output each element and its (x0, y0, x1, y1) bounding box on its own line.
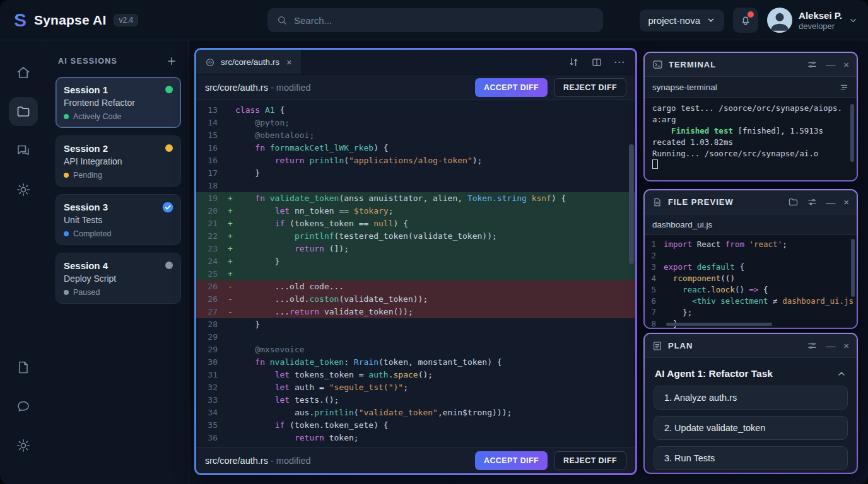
file-preview-code[interactable]: 1import React from 'react';23export desf… (645, 235, 857, 328)
agent-task-header[interactable]: AI Agent 1: Refactor Task (645, 360, 857, 386)
file-icon (652, 197, 662, 207)
add-session-button[interactable] (165, 54, 179, 68)
preview-line: 4 rcomponent(() (645, 273, 857, 284)
session-card[interactable]: Session 1 Frontend Refactor Actively Cod… (56, 77, 181, 128)
accept-diff-button[interactable]: ACCEPT DIFF (475, 78, 548, 97)
session-status-badge (165, 86, 173, 93)
nav-comments-button[interactable] (9, 392, 38, 421)
diff-header: src/core/auth.rs - modified ACCEPT DIFF … (196, 75, 635, 100)
session-card[interactable]: Session 2 API Integration Pending (56, 135, 181, 187)
preview-filename: dashboard_ui.js (652, 220, 712, 229)
diff-actions: ACCEPT DIFF REJECT DIFF (475, 451, 626, 470)
search-bar[interactable] (267, 8, 603, 32)
project-selector[interactable]: project-nova (640, 9, 725, 32)
code-line: 29 @mxsevoice (196, 343, 635, 356)
code-area[interactable]: 13class A1 {14 @pyton;15 @obentalooi;16 … (196, 100, 635, 447)
menu-lines-icon[interactable] (839, 82, 849, 92)
session-title: Session 2 (64, 143, 173, 154)
session-status-row: Actively Code (64, 112, 173, 121)
plan-body: AI Agent 1: Refactor Task 1. Analyze aut… (645, 358, 857, 473)
preview-horizontal-scrollbar[interactable] (666, 323, 772, 326)
code-line: 22+ printlnf(testered_token(validate_tok… (196, 230, 635, 243)
gear-icon (16, 438, 31, 453)
header-right: project-nova Aleksei P. developer (640, 0, 859, 40)
messages-icon (16, 143, 31, 158)
user-menu[interactable]: Aleksei P. developer (767, 8, 858, 33)
plan-step[interactable]: 3. Run Tests (654, 446, 848, 470)
check-badge-icon (161, 201, 174, 214)
sessions-panel: AI SESSIONS Session 1 Frontend Refactor … (48, 40, 189, 484)
notifications-button[interactable] (733, 8, 758, 33)
preview-line: 2 (645, 250, 857, 262)
code-line: 29 (196, 331, 635, 343)
close-icon[interactable]: × (843, 340, 849, 351)
split-view-icon[interactable] (591, 57, 602, 68)
session-status-badge (165, 262, 173, 269)
plan-step[interactable]: 1. Analyze auth.rs (654, 386, 848, 410)
code-line: 34 aus.printlin("validate_token",enin$tr… (196, 406, 635, 419)
nav-files-button[interactable] (9, 97, 38, 126)
file-status: src/core/auth.rs - modified (205, 83, 311, 93)
terminal-tab-label: synapse-terminal (652, 83, 717, 92)
close-icon[interactable]: × (843, 59, 849, 70)
accept-diff-button[interactable]: ACCEPT DIFF (475, 451, 548, 470)
sliders-icon[interactable] (807, 340, 818, 351)
tab-close-icon[interactable]: × (286, 57, 292, 67)
nav-chat-button[interactable] (9, 136, 38, 165)
file-modified-suffix: - modified (268, 456, 311, 466)
reject-diff-button[interactable]: REJECT DIFF (554, 78, 626, 97)
sessions-header: AI SESSIONS (56, 54, 181, 77)
home-icon (16, 65, 31, 80)
search-icon (276, 14, 288, 26)
minimize-icon[interactable]: — (826, 340, 835, 351)
search-input[interactable] (294, 15, 594, 26)
nav-preferences-button[interactable] (9, 431, 38, 460)
terminal-scrollbar[interactable] (850, 104, 854, 162)
sliders-icon[interactable] (807, 197, 818, 207)
editor: src/core/auth.rs × ⋯ src/core/auth.rs - … (196, 50, 635, 473)
nav-home-button[interactable] (9, 58, 38, 87)
session-card[interactable]: Session 4 Deploy Script Paused (56, 253, 181, 304)
terminal-tab[interactable]: synapse-terminal (645, 77, 857, 98)
code-line: 16 return println("applications/alog-tok… (196, 154, 635, 167)
session-subtitle: Unit Tests (64, 215, 173, 225)
session-status-label: Pending (73, 171, 102, 180)
rust-file-icon (205, 57, 215, 67)
plan-panel: PLAN — × AI Agent 1: Refactor Task 1. An… (643, 333, 858, 474)
file-preview-title: FILE PREVIEW (668, 197, 734, 207)
preview-vertical-scrollbar[interactable] (851, 239, 855, 297)
code-line: 14 @pyton; (196, 117, 635, 129)
terminal-output[interactable]: cargo test... /soorce/orc/synapse/aiops.… (645, 98, 857, 180)
tab-auth-rs[interactable]: src/core/auth.rs × (196, 50, 302, 74)
sliders-icon[interactable] (807, 59, 818, 70)
file-preview-actions: — × (788, 197, 849, 207)
notification-dot (748, 11, 754, 18)
terminal-title: TERMINAL (669, 60, 716, 69)
nav-documents-button[interactable] (9, 353, 38, 382)
editor-scrollbar[interactable] (629, 144, 634, 264)
reject-diff-button[interactable]: REJECT DIFF (554, 451, 626, 470)
editor-panel: src/core/auth.rs × ⋯ src/core/auth.rs - … (194, 48, 637, 475)
chevron-up-icon[interactable] (836, 369, 847, 379)
file-preview-panel: FILE PREVIEW — × dashboard_ui.js 1import… (643, 189, 858, 329)
minimize-icon[interactable]: — (826, 197, 835, 207)
session-title: Session 4 (64, 260, 173, 271)
session-status-label: Completed (73, 229, 111, 238)
plan-header: PLAN — × (645, 334, 857, 358)
nav-settings-button[interactable] (9, 175, 38, 204)
code-line: 30 fn nvalidate_token: Rrain(token, mons… (196, 356, 635, 369)
top-header: S Synapse AI v2.4 project-nova Aleks (0, 0, 868, 40)
file-preview-filename-bar[interactable]: dashboard_ui.js (645, 214, 857, 235)
session-card[interactable]: Session 3 Unit Tests Completed (56, 194, 181, 245)
folder-icon[interactable] (788, 197, 799, 207)
git-compare-icon[interactable] (568, 56, 580, 68)
code-line: 20+ let nn_token == $tokary; (196, 205, 635, 217)
minimize-icon[interactable]: — (826, 59, 835, 70)
diff-actions: ACCEPT DIFF REJECT DIFF (475, 78, 626, 97)
code-line: 28 } (196, 318, 635, 331)
plan-step[interactable]: 2. Update validate_token (654, 416, 848, 440)
close-icon[interactable]: × (843, 197, 849, 207)
session-subtitle: Deploy Script (64, 274, 173, 284)
code-line: 17 } (196, 167, 635, 180)
more-options-icon[interactable]: ⋯ (614, 55, 625, 69)
